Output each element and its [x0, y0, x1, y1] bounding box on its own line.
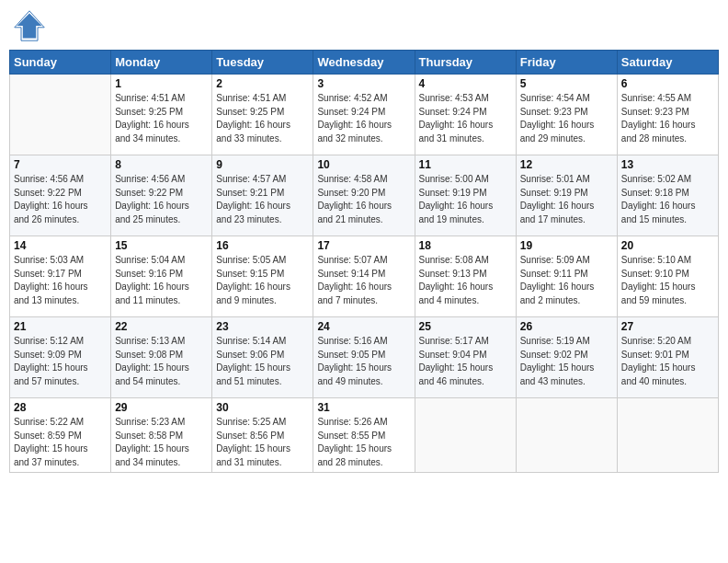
day-info: Sunrise: 5:20 AMSunset: 9:01 PMDaylight:…: [621, 335, 714, 388]
calendar-cell: 11Sunrise: 5:00 AMSunset: 9:19 PMDayligh…: [415, 155, 516, 236]
day-number: 9: [216, 158, 309, 171]
day-number: 28: [14, 401, 107, 414]
day-number: 2: [216, 77, 309, 90]
calendar-cell: 6Sunrise: 4:55 AMSunset: 9:23 PMDaylight…: [617, 75, 718, 155]
calendar-cell: 13Sunrise: 5:02 AMSunset: 9:18 PMDayligh…: [617, 155, 718, 236]
day-number: 16: [216, 239, 309, 252]
day-info: Sunrise: 5:04 AMSunset: 9:16 PMDaylight:…: [115, 254, 208, 307]
calendar-cell: 5Sunrise: 4:54 AMSunset: 9:23 PMDaylight…: [516, 75, 617, 155]
calendar-cell: 21Sunrise: 5:12 AMSunset: 9:09 PMDayligh…: [10, 317, 111, 398]
calendar-week-3: 14Sunrise: 5:03 AMSunset: 9:17 PMDayligh…: [10, 236, 719, 317]
calendar-cell: 18Sunrise: 5:08 AMSunset: 9:13 PMDayligh…: [415, 236, 516, 317]
calendar-cell: 29Sunrise: 5:23 AMSunset: 8:58 PMDayligh…: [111, 398, 212, 473]
day-info: Sunrise: 5:13 AMSunset: 9:08 PMDaylight:…: [115, 335, 208, 388]
day-number: 15: [115, 239, 208, 252]
column-header-wednesday: Wednesday: [313, 51, 415, 75]
day-info: Sunrise: 5:17 AMSunset: 9:04 PMDaylight:…: [419, 335, 512, 388]
day-number: 13: [621, 158, 714, 171]
day-info: Sunrise: 4:53 AMSunset: 9:24 PMDaylight:…: [419, 92, 512, 145]
page-header: [9, 9, 719, 42]
day-number: 8: [115, 158, 208, 171]
calendar-cell: 12Sunrise: 5:01 AMSunset: 9:19 PMDayligh…: [516, 155, 617, 236]
calendar-cell: 26Sunrise: 5:19 AMSunset: 9:02 PMDayligh…: [516, 317, 617, 398]
calendar-cell: 15Sunrise: 5:04 AMSunset: 9:16 PMDayligh…: [111, 236, 212, 317]
day-info: Sunrise: 5:25 AMSunset: 8:56 PMDaylight:…: [216, 416, 309, 469]
day-info: Sunrise: 4:55 AMSunset: 9:23 PMDaylight:…: [621, 92, 714, 145]
day-info: Sunrise: 5:05 AMSunset: 9:15 PMDaylight:…: [216, 254, 309, 307]
logo-icon: [13, 9, 46, 42]
day-number: 10: [317, 158, 410, 171]
day-info: Sunrise: 4:56 AMSunset: 9:22 PMDaylight:…: [115, 173, 208, 226]
day-number: 20: [621, 239, 714, 252]
calendar-cell: 24Sunrise: 5:16 AMSunset: 9:05 PMDayligh…: [313, 317, 415, 398]
calendar-cell: [617, 398, 718, 473]
calendar-cell: 25Sunrise: 5:17 AMSunset: 9:04 PMDayligh…: [415, 317, 516, 398]
day-number: 5: [520, 77, 613, 90]
day-info: Sunrise: 5:12 AMSunset: 9:09 PMDaylight:…: [14, 335, 107, 388]
day-number: 7: [14, 158, 107, 171]
day-info: Sunrise: 5:19 AMSunset: 9:02 PMDaylight:…: [520, 335, 613, 388]
column-header-friday: Friday: [516, 51, 617, 75]
column-header-saturday: Saturday: [617, 51, 718, 75]
day-number: 21: [14, 320, 107, 333]
day-info: Sunrise: 5:26 AMSunset: 8:55 PMDaylight:…: [317, 416, 410, 469]
day-info: Sunrise: 5:09 AMSunset: 9:11 PMDaylight:…: [520, 254, 613, 307]
day-number: 31: [317, 401, 410, 414]
calendar-week-1: 1Sunrise: 4:51 AMSunset: 9:25 PMDaylight…: [10, 75, 719, 155]
day-info: Sunrise: 5:23 AMSunset: 8:58 PMDaylight:…: [115, 416, 208, 469]
column-header-tuesday: Tuesday: [212, 51, 313, 75]
day-number: 25: [419, 320, 512, 333]
day-number: 3: [317, 77, 410, 90]
calendar-cell: 7Sunrise: 4:56 AMSunset: 9:22 PMDaylight…: [10, 155, 111, 236]
day-number: 26: [520, 320, 613, 333]
calendar-cell: 28Sunrise: 5:22 AMSunset: 8:59 PMDayligh…: [10, 398, 111, 473]
calendar-cell: 14Sunrise: 5:03 AMSunset: 9:17 PMDayligh…: [10, 236, 111, 317]
day-number: 12: [520, 158, 613, 171]
day-number: 6: [621, 77, 714, 90]
day-number: 30: [216, 401, 309, 414]
day-number: 23: [216, 320, 309, 333]
column-header-sunday: Sunday: [10, 51, 111, 75]
calendar-cell: 2Sunrise: 4:51 AMSunset: 9:25 PMDaylight…: [212, 75, 313, 155]
calendar-cell: 19Sunrise: 5:09 AMSunset: 9:11 PMDayligh…: [516, 236, 617, 317]
calendar-cell: 31Sunrise: 5:26 AMSunset: 8:55 PMDayligh…: [313, 398, 415, 473]
day-info: Sunrise: 5:03 AMSunset: 9:17 PMDaylight:…: [14, 254, 107, 307]
calendar-cell: 1Sunrise: 4:51 AMSunset: 9:25 PMDaylight…: [111, 75, 212, 155]
day-number: 4: [419, 77, 512, 90]
calendar-header-row: SundayMondayTuesdayWednesdayThursdayFrid…: [10, 51, 719, 75]
calendar-cell: [10, 75, 111, 155]
day-info: Sunrise: 5:16 AMSunset: 9:05 PMDaylight:…: [317, 335, 410, 388]
day-number: 22: [115, 320, 208, 333]
calendar-cell: [415, 398, 516, 473]
day-info: Sunrise: 4:57 AMSunset: 9:21 PMDaylight:…: [216, 173, 309, 226]
calendar-cell: 27Sunrise: 5:20 AMSunset: 9:01 PMDayligh…: [617, 317, 718, 398]
column-header-monday: Monday: [111, 51, 212, 75]
day-number: 11: [419, 158, 512, 171]
calendar-cell: 17Sunrise: 5:07 AMSunset: 9:14 PMDayligh…: [313, 236, 415, 317]
day-info: Sunrise: 4:52 AMSunset: 9:24 PMDaylight:…: [317, 92, 410, 145]
day-info: Sunrise: 5:07 AMSunset: 9:14 PMDaylight:…: [317, 254, 410, 307]
day-number: 24: [317, 320, 410, 333]
day-info: Sunrise: 5:00 AMSunset: 9:19 PMDaylight:…: [419, 173, 512, 226]
calendar-cell: 9Sunrise: 4:57 AMSunset: 9:21 PMDaylight…: [212, 155, 313, 236]
calendar-week-4: 21Sunrise: 5:12 AMSunset: 9:09 PMDayligh…: [10, 317, 719, 398]
calendar-week-5: 28Sunrise: 5:22 AMSunset: 8:59 PMDayligh…: [10, 398, 719, 473]
calendar-cell: 3Sunrise: 4:52 AMSunset: 9:24 PMDaylight…: [313, 75, 415, 155]
day-info: Sunrise: 5:14 AMSunset: 9:06 PMDaylight:…: [216, 335, 309, 388]
calendar-week-2: 7Sunrise: 4:56 AMSunset: 9:22 PMDaylight…: [10, 155, 719, 236]
day-number: 19: [520, 239, 613, 252]
calendar-cell: 4Sunrise: 4:53 AMSunset: 9:24 PMDaylight…: [415, 75, 516, 155]
calendar-table: SundayMondayTuesdayWednesdayThursdayFrid…: [9, 50, 719, 473]
day-info: Sunrise: 4:58 AMSunset: 9:20 PMDaylight:…: [317, 173, 410, 226]
calendar-cell: 30Sunrise: 5:25 AMSunset: 8:56 PMDayligh…: [212, 398, 313, 473]
day-number: 29: [115, 401, 208, 414]
calendar-cell: 16Sunrise: 5:05 AMSunset: 9:15 PMDayligh…: [212, 236, 313, 317]
day-info: Sunrise: 5:01 AMSunset: 9:19 PMDaylight:…: [520, 173, 613, 226]
day-info: Sunrise: 5:02 AMSunset: 9:18 PMDaylight:…: [621, 173, 714, 226]
day-number: 1: [115, 77, 208, 90]
calendar-cell: 23Sunrise: 5:14 AMSunset: 9:06 PMDayligh…: [212, 317, 313, 398]
day-number: 17: [317, 239, 410, 252]
day-number: 27: [621, 320, 714, 333]
day-number: 14: [14, 239, 107, 252]
logo: [13, 9, 50, 42]
